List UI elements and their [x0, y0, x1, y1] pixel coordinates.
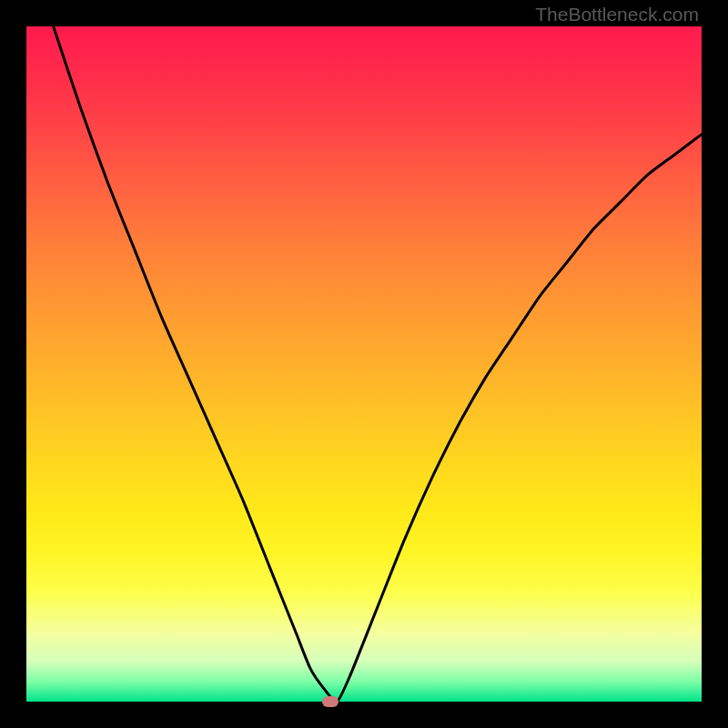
- watermark-text: TheBottleneck.com: [535, 4, 699, 25]
- plot-area: [26, 26, 702, 702]
- bottleneck-curve: [26, 26, 702, 702]
- optimal-point-marker: [322, 696, 339, 707]
- chart-frame: TheBottleneck.com: [0, 0, 728, 728]
